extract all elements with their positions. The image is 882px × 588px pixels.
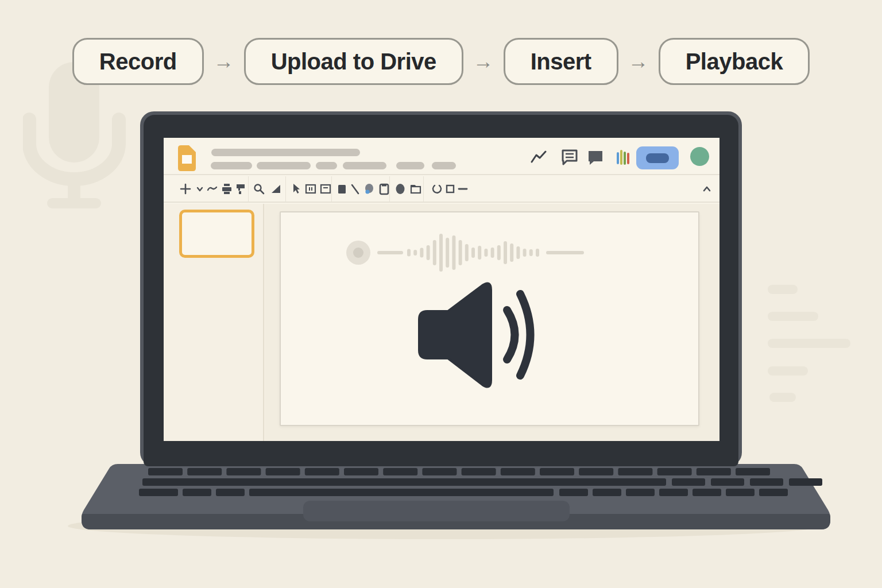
watermark-line	[768, 339, 850, 348]
square-icon[interactable]	[444, 183, 457, 195]
chart-columns-icon[interactable]	[616, 148, 630, 167]
toolbar-separator	[285, 176, 286, 202]
menu-placeholder[interactable]	[316, 162, 337, 169]
app-body	[164, 204, 719, 441]
toolbar-separator	[423, 176, 424, 202]
app-titlebar	[164, 138, 719, 175]
share-button-label-placeholder	[646, 153, 669, 163]
ellipse-icon[interactable]	[394, 183, 407, 195]
account-avatar[interactable]	[690, 147, 709, 166]
undo-icon[interactable]	[206, 183, 219, 195]
trend-line-icon[interactable]	[530, 150, 547, 164]
text-box-icon[interactable]	[304, 183, 317, 195]
flow-arrow-icon: →	[211, 49, 237, 74]
share-button[interactable]	[636, 146, 679, 169]
editor-canvas	[265, 204, 719, 441]
watermark-line	[769, 393, 796, 402]
document-title-placeholder[interactable]	[211, 149, 360, 156]
flow-arrow-icon: →	[471, 49, 496, 74]
app-window	[164, 138, 719, 441]
chevron-down-icon[interactable]	[194, 183, 206, 195]
chat-bubble-icon[interactable]	[587, 150, 604, 165]
print-icon[interactable]	[220, 183, 233, 195]
toolbar-separator	[389, 176, 390, 202]
laptop-touchpad	[303, 501, 570, 521]
menu-placeholder[interactable]	[396, 162, 424, 169]
zoom-icon[interactable]	[253, 183, 265, 195]
placeholder-box-icon[interactable]	[319, 183, 332, 195]
slide-canvas[interactable]	[280, 211, 699, 426]
audio-play-dot	[353, 247, 363, 258]
dash-icon[interactable]	[457, 183, 469, 195]
flow-step-insert: Insert	[504, 38, 618, 85]
illustration-stage: Record → Upload to Drive → Insert → Play…	[0, 0, 882, 588]
folder-icon[interactable]	[409, 183, 422, 195]
flow-step-record: Record	[72, 38, 204, 85]
watermark-line	[768, 366, 808, 376]
audio-waveform-bars	[407, 234, 539, 272]
menu-placeholder[interactable]	[211, 162, 252, 169]
speaker-icon	[415, 277, 544, 394]
paint-format-icon[interactable]	[234, 183, 247, 195]
slide-thumbnail-selected[interactable]	[179, 210, 254, 258]
watermark-line	[768, 285, 798, 294]
shape-icon[interactable]	[335, 183, 348, 195]
watermark-line	[768, 312, 818, 321]
image-icon[interactable]	[378, 183, 390, 195]
toolbar-separator	[248, 176, 249, 202]
app-toolbar	[164, 175, 719, 203]
collapse-chevron-icon[interactable]	[701, 183, 713, 195]
loop-icon[interactable]	[431, 183, 443, 195]
slides-document-icon	[178, 145, 196, 171]
plus-icon[interactable]	[179, 183, 192, 195]
menu-placeholder[interactable]	[257, 162, 311, 169]
comment-icon[interactable]	[561, 149, 578, 165]
select-cursor-icon[interactable]	[290, 183, 303, 195]
workflow-diagram: Record → Upload to Drive → Insert → Play…	[0, 38, 882, 85]
flow-arrow-icon: →	[626, 49, 651, 74]
menu-placeholder[interactable]	[432, 162, 456, 169]
laptop-keyboard	[139, 468, 822, 496]
line-icon[interactable]	[349, 183, 361, 195]
flow-step-upload: Upload to Drive	[244, 38, 463, 85]
toolbar-separator	[331, 176, 332, 202]
laptop-base	[75, 459, 833, 537]
ruler-icon[interactable]	[270, 183, 283, 195]
menu-placeholder[interactable]	[343, 162, 386, 169]
slide-filmstrip-sidebar	[164, 204, 264, 441]
fill-color-icon[interactable]	[363, 183, 376, 195]
flow-step-playback: Playback	[659, 38, 810, 85]
